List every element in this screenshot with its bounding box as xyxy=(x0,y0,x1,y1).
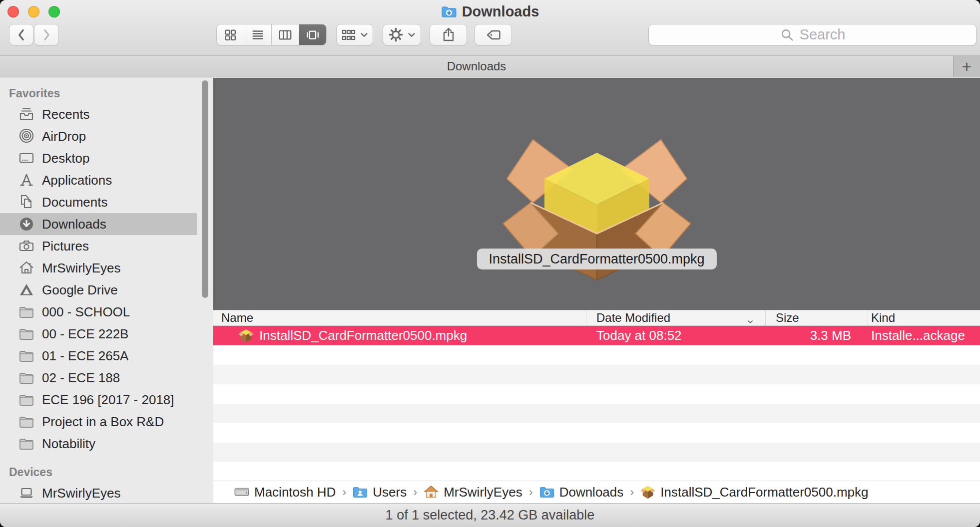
sidebar-item-02-ece-188[interactable]: 02 - ECE 188 xyxy=(0,367,197,389)
hard-drive-icon xyxy=(234,485,249,500)
sidebar-section-title: Favorites xyxy=(0,84,213,103)
sidebar-item-label: 01 - ECE 265A xyxy=(42,348,128,364)
pictures-icon xyxy=(18,238,34,254)
tab-downloads[interactable]: Downloads xyxy=(0,56,954,77)
sidebar-item-label: AirDrop xyxy=(42,129,86,144)
folder-icon xyxy=(18,348,34,364)
group-by-button[interactable] xyxy=(336,24,373,45)
title-bar: Downloads Search xyxy=(0,0,980,55)
sidebar-item-desktop[interactable]: Desktop xyxy=(0,147,197,169)
path-item-macintosh-hd[interactable]: Macintosh HD xyxy=(234,485,336,500)
finder-window: Downloads Search xyxy=(0,0,980,527)
file-list: InstallSD_CardFormatter0500.mpkgToday at… xyxy=(213,326,980,481)
preview-filename-label: InstallSD_CardFormatter0500.mpkg xyxy=(477,249,716,269)
folder-icon xyxy=(18,304,34,320)
downloads-folder-icon xyxy=(539,485,554,500)
sidebar-item-ece-196-2017-2018-[interactable]: ECE 196 [2017 - 2018] xyxy=(0,389,197,411)
sidebar-item-label: Recents xyxy=(42,107,89,122)
action-menu-button[interactable] xyxy=(383,24,421,45)
folder-icon xyxy=(18,370,34,386)
status-bar: 1 of 1 selected, 23.42 GB available xyxy=(0,503,980,527)
sidebar-item-label: 02 - ECE 188 xyxy=(42,370,120,386)
file-date-modified: Today at 08:52 xyxy=(586,326,766,345)
home-outline-icon xyxy=(18,260,34,276)
sidebar-item-google-drive[interactable]: Google Drive xyxy=(0,279,197,301)
sidebar-item-label: Notability xyxy=(42,436,95,452)
sidebar-item-project-in-a-box-r-d[interactable]: Project in a Box R&D xyxy=(0,411,197,433)
sidebar-item-label: Downloads xyxy=(42,217,106,232)
sidebar-item-000-school[interactable]: 000 - SCHOOL xyxy=(0,301,197,323)
list-view-button[interactable] xyxy=(244,24,272,45)
path-separator: › xyxy=(630,485,634,499)
folder-icon xyxy=(18,414,34,430)
sidebar-item-label: ECE 196 [2017 - 2018] xyxy=(42,392,174,408)
window-content: Favorites Recents AirDrop Desktop Applic… xyxy=(0,78,980,503)
share-button[interactable] xyxy=(430,24,467,45)
file-name: InstallSD_CardFormatter0500.mpkg xyxy=(259,328,467,343)
sidebar-item-recents[interactable]: Recents xyxy=(0,103,197,125)
sidebar-item-airdrop[interactable]: AirDrop xyxy=(0,125,197,147)
sidebar-item-notability[interactable]: Notability xyxy=(0,433,197,455)
column-view-button[interactable] xyxy=(272,24,299,45)
package-icon xyxy=(238,328,254,343)
path-separator: › xyxy=(342,485,346,499)
sidebar: Favorites Recents AirDrop Desktop Applic… xyxy=(0,78,213,503)
column-header-name[interactable]: Name xyxy=(213,310,586,325)
google-drive-icon xyxy=(18,282,34,298)
group-by-icon xyxy=(341,27,357,43)
new-tab-button[interactable]: + xyxy=(954,56,980,77)
sidebar-item-documents[interactable]: Documents xyxy=(0,191,197,213)
path-separator: › xyxy=(413,485,417,499)
path-separator: › xyxy=(529,485,533,499)
package-icon xyxy=(640,485,655,500)
main-pane: InstallSD_CardFormatter0500.mpkg NameDat… xyxy=(213,78,980,503)
sidebar-item-label: Pictures xyxy=(42,239,89,254)
tab-bar: Downloads + xyxy=(0,55,980,77)
column-view-icon xyxy=(278,27,293,42)
path-item-users[interactable]: Users xyxy=(353,485,407,500)
gallery-view-icon xyxy=(305,27,320,42)
list-header: NameDate ModifiedSizeKind xyxy=(213,310,980,326)
folder-icon xyxy=(18,326,34,342)
sidebar-item-downloads[interactable]: Downloads xyxy=(0,213,197,235)
tab-label: Downloads xyxy=(447,59,506,73)
sidebar-item-label: MrSwirlyEyes xyxy=(42,486,120,501)
documents-icon xyxy=(18,194,34,210)
laptop-icon xyxy=(18,485,34,501)
column-header-date-modified[interactable]: Date Modified xyxy=(586,310,766,325)
table-row[interactable]: InstallSD_CardFormatter0500.mpkgToday at… xyxy=(213,326,980,345)
sidebar-item-label: Desktop xyxy=(42,151,89,166)
sidebar-item-00-ece-222b[interactable]: 00 - ECE 222B xyxy=(0,323,197,345)
view-mode-control xyxy=(216,24,327,45)
path-item-installsd-cardformatter0500-mpkg[interactable]: InstallSD_CardFormatter0500.mpkg xyxy=(640,485,868,500)
sidebar-item-applications[interactable]: Applications xyxy=(0,169,197,191)
list-view-icon xyxy=(250,27,265,42)
chevron-down-icon xyxy=(407,30,416,39)
path-item-downloads[interactable]: Downloads xyxy=(539,485,624,500)
home-folder-icon xyxy=(424,485,439,500)
search-placeholder: Search xyxy=(800,26,846,43)
sidebar-scrollbar[interactable] xyxy=(202,80,208,298)
column-header-size[interactable]: Size xyxy=(766,310,868,325)
path-item-mrswirlyeyes[interactable]: MrSwirlyEyes xyxy=(424,485,522,500)
sidebar-item-mrswirlyeyes[interactable]: MrSwirlyEyes xyxy=(0,257,197,279)
gallery-view-button[interactable] xyxy=(299,24,326,45)
forward-button[interactable] xyxy=(34,24,59,45)
users-folder-icon xyxy=(353,485,368,500)
column-header-kind[interactable]: Kind xyxy=(868,310,980,325)
folder-icon xyxy=(18,392,34,408)
sidebar-sections: Favorites Recents AirDrop Desktop Applic… xyxy=(0,84,213,503)
search-input[interactable]: Search xyxy=(648,24,977,45)
plus-icon: + xyxy=(962,57,972,76)
tag-button[interactable] xyxy=(475,24,512,45)
sidebar-item-01-ece-265a[interactable]: 01 - ECE 265A xyxy=(0,345,197,367)
sidebar-section-title: Devices xyxy=(0,463,213,482)
sidebar-item-pictures[interactable]: Pictures xyxy=(0,235,197,257)
downloads-circle-icon xyxy=(18,216,34,232)
recents-icon xyxy=(18,106,34,122)
tag-icon xyxy=(485,27,502,43)
downloads-folder-icon xyxy=(441,5,457,18)
icon-view-button[interactable] xyxy=(217,24,244,45)
sidebar-item-mrswirlyeyes[interactable]: MrSwirlyEyes xyxy=(0,482,197,503)
back-button[interactable] xyxy=(9,24,33,45)
